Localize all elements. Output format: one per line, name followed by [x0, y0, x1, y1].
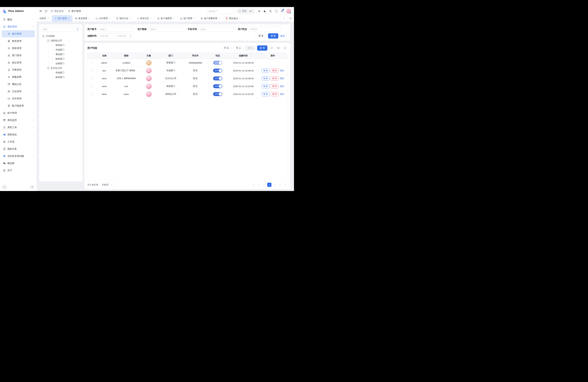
status-toggle[interactable]: 启用 [213, 69, 222, 73]
sidebar-item-system-management[interactable]: 系统管理 [0, 23, 37, 30]
tab-analysis[interactable]: 分析页 [37, 15, 52, 21]
first-page-button[interactable] [252, 183, 256, 187]
tree-node-finance-dept[interactable]: 财务部门 [41, 57, 81, 61]
dark-mode-toggle[interactable] [263, 9, 267, 13]
status-toggle[interactable]: 启用 [213, 76, 222, 80]
sidebar-item-demo-features[interactable]: 演示站专用功能 [0, 152, 37, 160]
prev-group-button[interactable] [257, 183, 261, 187]
sidebar-item-notice[interactable]: 通知公告 [0, 81, 37, 88]
tree-node-company[interactable]: XXX科技 [41, 34, 81, 38]
tree-node-ops-dept[interactable]: 运维部门 [41, 61, 81, 66]
tree-node-changsha-branch[interactable]: 长沙分公司 [41, 66, 81, 70]
tree-node-shenzhen-hq[interactable]: 深圳总公司 [41, 38, 81, 43]
last-page-button[interactable] [283, 183, 287, 187]
sidebar-item-role-management[interactable]: 角色管理 [0, 37, 37, 45]
delete-row-button[interactable]: 删 除 [271, 68, 279, 73]
date-range-picker[interactable]: 开始日期 结束日期 [98, 33, 133, 39]
tenant-select-input[interactable] [209, 10, 232, 12]
status-toggle[interactable]: 启用 [213, 84, 222, 88]
export-button[interactable]: 导 出 [221, 45, 232, 51]
expand-table-button[interactable] [276, 45, 281, 51]
fullscreen-button[interactable] [275, 9, 278, 13]
edit-button[interactable]: 编 辑 [261, 68, 270, 73]
status-toggle[interactable]: 启用 [213, 92, 222, 96]
row-checkbox[interactable] [90, 85, 92, 87]
row-checkbox[interactable] [90, 62, 92, 64]
reset-button[interactable]: 重 置 [256, 33, 266, 39]
tab-login-log[interactable]: 登录日志 [134, 15, 155, 21]
notifications-button[interactable] [280, 9, 284, 13]
more-actions-link[interactable]: 更多 [280, 85, 284, 88]
close-tab-icon[interactable] [239, 18, 241, 19]
collapse-node-icon[interactable] [42, 35, 44, 37]
sidebar-item-user-management[interactable]: 用户管理 [2, 30, 35, 37]
status-select[interactable]: 请选择 [249, 27, 281, 32]
delete-row-button[interactable]: 删 除 [271, 76, 279, 81]
sidebar-item-menu-management[interactable]: 菜单管理 [0, 45, 37, 52]
tenant-select[interactable] [207, 8, 234, 14]
brand-logo[interactable]: Plus Admin [0, 7, 37, 15]
collapse-node-icon[interactable] [47, 67, 49, 69]
delete-row-button[interactable]: 删 除 [271, 84, 279, 88]
sidebar-item-system-tools[interactable]: 系统工具 [0, 124, 37, 131]
sidebar-item-about[interactable]: 关于 [0, 167, 37, 174]
tree-search-input[interactable] [41, 27, 75, 32]
global-search[interactable]: 搜索 ⌘ K [237, 8, 255, 14]
breadcrumb-item-current[interactable]: 用户管理 [68, 10, 81, 13]
delete-row-button[interactable]: 删 除 [271, 92, 279, 96]
next-group-button[interactable] [278, 183, 282, 187]
current-page-button[interactable]: 1 [267, 183, 272, 187]
prev-page-button[interactable] [262, 183, 266, 187]
search-button[interactable]: 搜 索 [268, 33, 278, 39]
sidebar-item-wechat-group[interactable]: 微信群 [0, 160, 37, 167]
sidebar-item-file-management[interactable]: 文件管理 [0, 95, 37, 102]
account-input[interactable] [100, 28, 131, 31]
close-tab-icon[interactable] [150, 18, 152, 19]
collapse-node-icon[interactable] [47, 40, 49, 42]
tree-refresh-button[interactable] [75, 27, 80, 32]
status-toggle[interactable]: 启用 [213, 61, 222, 65]
tab-list-dropdown-button[interactable] [280, 15, 287, 21]
select-all-checkbox[interactable] [90, 55, 92, 57]
phone-input[interactable] [200, 28, 232, 31]
tree-node-finance-dept-cs[interactable]: 财务部门 [41, 75, 81, 80]
sidebar-item-post-management[interactable]: 岗位管理 [0, 59, 37, 66]
language-switch-button[interactable]: 文A [269, 9, 272, 13]
edit-button[interactable]: 编 辑 [261, 76, 270, 81]
more-actions-link[interactable]: 更多 [280, 93, 284, 96]
settings-button[interactable] [258, 9, 261, 13]
pin-sidebar-button[interactable] [30, 185, 35, 189]
collapse-sidebar-button[interactable] [2, 185, 7, 189]
user-avatar[interactable] [286, 9, 291, 14]
tree-node-testing-dept[interactable]: 测试部门 [41, 52, 81, 57]
close-tab-icon[interactable] [129, 18, 131, 19]
edit-button[interactable]: 编 辑 [261, 84, 270, 88]
tab-tenant-package-management[interactable]: 租户套餐管理 [198, 15, 223, 21]
breadcrumb-item-system[interactable]: 系统管理 [50, 10, 63, 13]
collapse-filter-link[interactable]: 收起 [280, 35, 287, 37]
tab-role-management[interactable]: 角色管理 [72, 15, 93, 21]
tab-tenant-management[interactable]: 租户管理 [177, 15, 198, 21]
hamburger-menu-button[interactable] [39, 9, 42, 13]
sidebar-item-parameter-settings[interactable]: 参数设置 [0, 73, 37, 81]
tree-node-rd-dept[interactable]: 研发部门 [41, 43, 81, 47]
content-fullscreen-button[interactable] [287, 15, 294, 21]
page-size-select[interactable]: 10条/页 ▼ [100, 183, 113, 187]
tree-node-marketing-dept-cs[interactable]: 市场部门 [41, 70, 81, 75]
close-tab-icon[interactable] [88, 18, 90, 19]
refresh-page-button[interactable] [44, 9, 48, 13]
sidebar-item-tenant-management[interactable]: 租户管理 [0, 109, 37, 116]
tree-node-marketing-dept[interactable]: 市场部门 [41, 47, 81, 52]
close-tab-icon[interactable] [218, 18, 220, 19]
import-button[interactable]: 导 入 [233, 45, 244, 51]
tab-cache-monitor[interactable]: redis 缓存监控 [223, 15, 244, 21]
close-tab-icon[interactable] [68, 18, 70, 19]
more-actions-link[interactable]: 更多 [280, 77, 284, 80]
add-button[interactable]: 新 增 [257, 45, 267, 51]
next-page-button[interactable] [273, 183, 277, 187]
sidebar-item-my-tasks[interactable]: 我的任务 [0, 145, 37, 152]
row-checkbox[interactable] [90, 77, 92, 80]
sidebar-item-department-management[interactable]: 部门管理 [0, 52, 37, 59]
sidebar-item-workflow[interactable]: 工作流 [0, 138, 37, 145]
row-checkbox[interactable] [90, 93, 92, 95]
